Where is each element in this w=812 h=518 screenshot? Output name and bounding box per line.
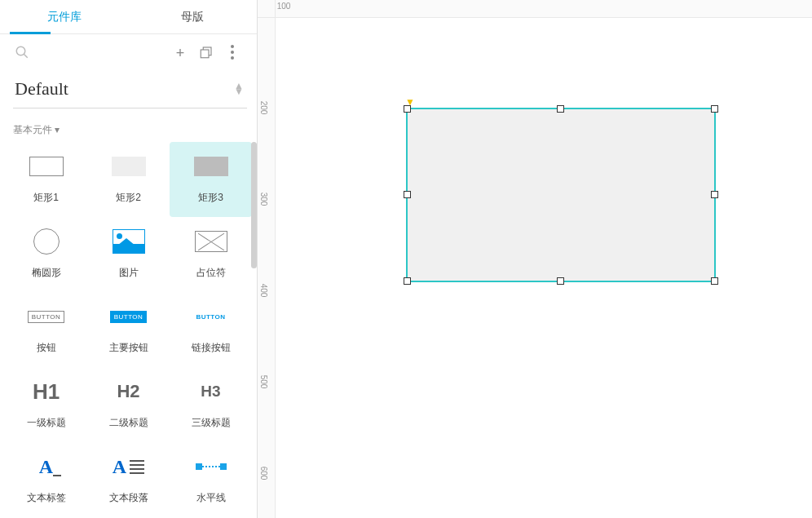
tab-library[interactable]: 元件库 xyxy=(0,0,129,33)
widget-image[interactable]: 图片 xyxy=(87,217,170,292)
resize-handle-w[interactable] xyxy=(404,191,411,198)
widget-paragraph[interactable]: A 文本段落 xyxy=(87,442,170,517)
ruler-horizontal[interactable]: 100 xyxy=(276,0,812,18)
ruler-vertical[interactable]: 200 300 400 500 600 xyxy=(258,18,276,518)
search-icon[interactable] xyxy=(15,45,167,62)
panel-tabs: 元件库 母版 xyxy=(0,0,257,34)
scrollbar[interactable] xyxy=(250,142,257,411)
widget-h3[interactable]: H3 三级标题 xyxy=(170,367,252,442)
widget-ellipse[interactable]: 椭圆形 xyxy=(5,217,87,292)
rect-outline-icon xyxy=(29,157,64,176)
svg-point-6 xyxy=(231,56,234,60)
svg-line-1 xyxy=(24,54,28,58)
widget-h1[interactable]: H1 一级标题 xyxy=(5,367,87,442)
hr-icon xyxy=(196,463,227,470)
widget-rect1[interactable]: 矩形1 xyxy=(5,142,87,217)
rect-grey-icon xyxy=(194,157,228,176)
image-icon xyxy=(113,229,145,254)
scrollbar-thumb[interactable] xyxy=(251,142,257,268)
add-icon[interactable]: + xyxy=(167,46,193,60)
more-icon[interactable] xyxy=(219,45,245,62)
widget-placeholder[interactable]: 占位符 xyxy=(170,217,252,292)
widget-h2[interactable]: H2 二级标题 xyxy=(87,367,170,442)
duplicate-icon[interactable] xyxy=(193,45,219,62)
resize-handle-n[interactable] xyxy=(557,105,564,113)
canvas-area: 100 200 300 400 500 600 ▼ xyxy=(258,0,812,518)
paragraph-icon: A xyxy=(113,456,144,478)
widget-grid: 矩形1 矩形2 矩形3 椭圆形 图片 占位符 xyxy=(0,142,257,518)
library-toolbar: + xyxy=(0,34,257,72)
widget-rect3[interactable]: 矩形3 xyxy=(170,142,252,217)
svg-point-5 xyxy=(231,51,234,54)
button-link-icon: BUTTON xyxy=(196,313,225,321)
resize-handle-nw[interactable] xyxy=(404,105,411,113)
resize-handle-sw[interactable] xyxy=(404,277,411,285)
resize-handle-se[interactable] xyxy=(711,277,718,285)
rect-light-icon xyxy=(112,157,146,176)
button-primary-icon: BUTTON xyxy=(110,311,148,323)
library-selector[interactable]: Default ▲▼ xyxy=(13,73,247,108)
library-panel: 元件库 母版 + Default ▲▼ 基本元件 ▾ 矩形1 矩 xyxy=(0,0,258,518)
svg-rect-3 xyxy=(201,50,209,58)
widget-hr[interactable]: 水平线 xyxy=(170,442,252,517)
widget-button[interactable]: BUTTON 按钮 xyxy=(5,292,87,367)
chevron-updown-icon: ▲▼ xyxy=(234,83,244,95)
ruler-corner xyxy=(258,0,276,18)
placeholder-icon xyxy=(195,231,227,252)
widget-text-label[interactable]: A 文本标签 xyxy=(5,442,87,517)
resize-handle-ne[interactable] xyxy=(711,105,718,113)
h3-icon: H3 xyxy=(201,383,220,401)
selected-shape[interactable]: ▼ xyxy=(406,108,716,282)
button-outline-icon: BUTTON xyxy=(28,311,65,323)
ellipse-icon xyxy=(33,228,60,255)
canvas[interactable]: ▼ xyxy=(276,18,812,518)
widget-primary-button[interactable]: BUTTON 主要按钮 xyxy=(87,292,170,367)
svg-point-4 xyxy=(231,45,234,48)
h2-icon: H2 xyxy=(117,381,139,402)
resize-handle-e[interactable] xyxy=(711,191,718,198)
widget-rect2[interactable]: 矩形2 xyxy=(87,142,170,217)
resize-handle-s[interactable] xyxy=(557,277,564,285)
library-name: Default xyxy=(15,78,234,100)
text-label-icon: A xyxy=(39,456,53,478)
h1-icon: H1 xyxy=(33,379,60,405)
section-basic-header[interactable]: 基本元件 ▾ xyxy=(0,112,257,142)
tab-master[interactable]: 母版 xyxy=(129,0,258,33)
svg-point-0 xyxy=(16,46,25,55)
widget-link-button[interactable]: BUTTON 链接按钮 xyxy=(170,292,252,367)
